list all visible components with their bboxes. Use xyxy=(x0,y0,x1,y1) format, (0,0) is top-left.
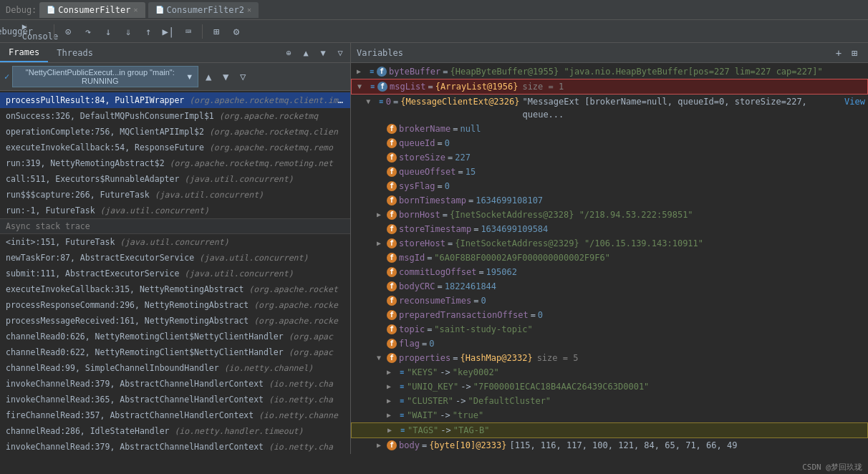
field-icon-commitLogOffset: f xyxy=(387,267,397,277)
stack-frame-3[interactable]: executeInvokeCallback:54, ResponseFuture… xyxy=(0,140,350,155)
var-byteBuffer[interactable]: ▶ ≡ f byteBuffer = {HeapByteBuffer@1955}… xyxy=(351,64,868,79)
var-msgList[interactable]: ▼ ≡ f msgList = {ArrayList@1956} size = … xyxy=(351,79,868,95)
debugger-btn[interactable]: Debugger xyxy=(3,22,21,41)
async-frame-13[interactable]: invokeChannelRead:379, AbstractChannelHa… xyxy=(0,439,350,454)
tab-consumer-filter-2[interactable]: 📄 ConsumerFilter2 ✕ xyxy=(148,2,259,18)
up-btn[interactable]: ▲ xyxy=(299,46,313,60)
stack-frame-5[interactable]: call:511, Executors$RunnableAdapter (jav… xyxy=(0,171,350,187)
var-brokerName[interactable]: f brokerName = null xyxy=(351,122,868,136)
var-queueOffset[interactable]: f queueOffset = 15 xyxy=(351,165,868,179)
add-watch-btn[interactable]: + xyxy=(831,45,847,61)
nav-filter-btn[interactable]: ▽ xyxy=(236,69,250,84)
expand-arrow-tags[interactable]: ▶ xyxy=(387,424,397,437)
var-preparedTransactionOffset[interactable]: f preparedTransactionOffset = 0 xyxy=(351,308,868,322)
right-panel: Variables + ⊞ ▶ ≡ f byteBuffer = {HeapBy… xyxy=(351,43,868,454)
expand-arrow-properties[interactable]: ▼ xyxy=(377,352,387,364)
tab2-close-icon[interactable]: ✕ xyxy=(247,6,251,14)
stack-frame-2[interactable]: operationComplete:756, MQClientAPIImpl$2… xyxy=(0,124,350,140)
expand-arrow-wait[interactable]: ▶ xyxy=(387,409,397,422)
expand-arrow-uniq[interactable]: ▶ xyxy=(387,380,397,393)
expand-arrow-body[interactable]: ▶ xyxy=(377,439,387,452)
var-prop-tags[interactable]: ▶ ≡ "TAGS" -> "TAG-B" xyxy=(351,422,868,438)
tab1-close-icon[interactable]: ✕ xyxy=(134,6,138,14)
async-frame-8[interactable]: channelRead:99, SimpleChannelInboundHand… xyxy=(0,360,350,376)
show-execution-point-btn[interactable]: ⊙ xyxy=(59,22,77,41)
threads-tab[interactable]: Threads xyxy=(48,43,102,62)
var-storeTimestamp[interactable]: f storeTimestamp = 1634699109584 xyxy=(351,222,868,236)
var-flag[interactable]: f flag = 0 xyxy=(351,337,868,351)
stack-frame-0[interactable]: processPullResult:84, PullAPIWrapper (or… xyxy=(0,92,350,108)
tab-consumer-filter-1[interactable]: 📄 ConsumerFilter ✕ xyxy=(39,2,145,18)
async-frame-3[interactable]: executeInvokeCallback:315, NettyRemoting… xyxy=(0,281,350,297)
funnel-btn[interactable]: ▽ xyxy=(333,46,347,60)
expand-arrow-cluster[interactable]: ▶ xyxy=(387,395,397,407)
var-prop-keys[interactable]: ▶ ≡ "KEYS" -> "key0002" xyxy=(351,365,868,379)
tab1-label: ConsumerFilter xyxy=(58,5,130,15)
step-over-btn[interactable]: ↷ xyxy=(79,22,97,41)
var-prop-wait[interactable]: ▶ ≡ "WAIT" -> "true" xyxy=(351,408,868,422)
var-reconsumeTimes[interactable]: f reconsumeTimes = 0 xyxy=(351,294,868,308)
var-topic[interactable]: f topic = "saint-study-topic" xyxy=(351,322,868,337)
async-frame-2[interactable]: submit:111, AbstractExecutorService (jav… xyxy=(0,266,350,281)
var-bornTimestamp[interactable]: f bornTimestamp = 1634699108107 xyxy=(351,193,868,208)
variables-settings-btn[interactable]: ⊞ xyxy=(847,45,862,61)
async-frame-5[interactable]: processMessageReceived:161, NettyRemotin… xyxy=(0,313,350,329)
thread-dropdown[interactable]: "NettyClientPublicExecut...in group "mai… xyxy=(12,66,198,87)
debug-label: Debug: xyxy=(6,5,37,15)
async-frame-4[interactable]: processResponseCommand:296, NettyRemotin… xyxy=(0,297,350,313)
variables-header: Variables + ⊞ xyxy=(351,43,868,63)
var-sysFlag[interactable]: f sysFlag = 0 xyxy=(351,179,868,193)
console-icon[interactable]: ▶ Console xyxy=(31,22,49,41)
stack-frame-6[interactable]: run$$$capture:266, FutureTask (java.util… xyxy=(0,187,350,203)
var-properties[interactable]: ▼ f properties = {HashMap@2332} size = 5 xyxy=(351,351,868,365)
var-msgId[interactable]: f msgId = "6A0F8B8F00002A9F000000000002F… xyxy=(351,251,868,265)
nav-up-btn[interactable]: ▲ xyxy=(201,69,216,84)
async-frame-6[interactable]: channelRead0:626, NettyRemotingClient$Ne… xyxy=(0,329,350,344)
stack-frame-1[interactable]: onSuccess:326, DefaultMQPushConsumerImpl… xyxy=(0,108,350,124)
settings-btn[interactable]: ⚙ xyxy=(227,22,246,41)
var-queueId[interactable]: f queueId = 0 xyxy=(351,136,868,150)
async-frame-7[interactable]: channelRead0:622, NettyRemotingClient$Ne… xyxy=(0,344,350,360)
force-step-into-btn[interactable]: ⇓ xyxy=(119,22,138,41)
down-btn[interactable]: ▼ xyxy=(316,46,330,60)
async-frame-11[interactable]: fireChannelRead:357, AbstractChannelHand… xyxy=(0,407,350,423)
frames-tab[interactable]: Frames xyxy=(0,43,48,62)
var-bodyCRC[interactable]: f bodyCRC = 1822461844 xyxy=(351,279,868,294)
list-icon-byteBuffer: ≡ xyxy=(367,65,377,78)
expand-arrow-byteBuffer[interactable]: ▶ xyxy=(357,65,367,78)
var-prop-cluster[interactable]: ▶ ≡ "CLUSTER" -> "DefaultCluster" xyxy=(351,394,868,408)
view-link[interactable]: View xyxy=(844,95,865,108)
list-icon-keys: ≡ xyxy=(397,366,407,379)
restore-layout-btn[interactable]: ⊞ xyxy=(207,22,226,41)
var-commitLogOffset[interactable]: f commitLogOffset = 195062 xyxy=(351,265,868,279)
evaluate-expr-btn[interactable]: ⌨ xyxy=(179,22,198,41)
async-frame-10[interactable]: invokeChannelRead:365, AbstractChannelHa… xyxy=(0,392,350,407)
var-transactionId[interactable]: f transactionId = null xyxy=(351,453,868,454)
var-storeHost[interactable]: ▶ f storeHost = {InetSocketAddress@2329}… xyxy=(351,236,868,251)
nav-down-btn[interactable]: ▼ xyxy=(218,69,233,84)
var-prop-uniq-key[interactable]: ▶ ≡ "UNIQ_KEY" -> "7F000001ECAC18B4AAC26… xyxy=(351,379,868,394)
expand-arrow-keys[interactable]: ▶ xyxy=(387,366,397,379)
var-msgList-0[interactable]: ▼ ≡ 0 = {MessageClientExt@2326} "Message… xyxy=(351,95,868,122)
field-icon-flag: f xyxy=(387,339,397,349)
toolbar-sep-3 xyxy=(202,24,203,39)
variables-area[interactable]: ▶ ≡ f byteBuffer = {HeapByteBuffer@1955}… xyxy=(351,63,868,454)
step-into-btn[interactable]: ↓ xyxy=(99,22,117,41)
stack-frame-4[interactable]: run:319, NettyRemotingAbstract$2 (org.ap… xyxy=(0,155,350,171)
async-frame-0[interactable]: <init>:151, FutureTask (java.util.concur… xyxy=(0,234,350,250)
expand-arrow-storeHost[interactable]: ▶ xyxy=(377,237,387,250)
run-to-cursor-btn[interactable]: ▶| xyxy=(159,22,178,41)
stack-list[interactable]: processPullResult:84, PullAPIWrapper (or… xyxy=(0,91,350,454)
async-frame-1[interactable]: newTaskFor:87, AbstractExecutorService (… xyxy=(0,250,350,266)
var-storeSize[interactable]: f storeSize = 227 xyxy=(351,150,868,165)
stack-frame-7[interactable]: run:-1, FutureTask (java.util.concurrent… xyxy=(0,203,350,218)
expand-arrow-msgList[interactable]: ▼ xyxy=(357,80,367,93)
async-frame-9[interactable]: invokeChannelRead:379, AbstractChannelHa… xyxy=(0,376,350,392)
filter-btn[interactable]: ⊕ xyxy=(281,46,296,60)
var-bornHost[interactable]: ▶ f bornHost = {InetSocketAddress@2328} … xyxy=(351,208,868,222)
expand-arrow-bornHost[interactable]: ▶ xyxy=(377,208,387,221)
expand-arrow-msg0[interactable]: ▼ xyxy=(366,95,376,108)
async-frame-12[interactable]: channelRead:286, IdleStateHandler (io.ne… xyxy=(0,423,350,439)
step-out-btn[interactable]: ↑ xyxy=(139,22,158,41)
var-body[interactable]: ▶ f body = {byte[10]@2333} [115, 116, 11… xyxy=(351,438,868,453)
